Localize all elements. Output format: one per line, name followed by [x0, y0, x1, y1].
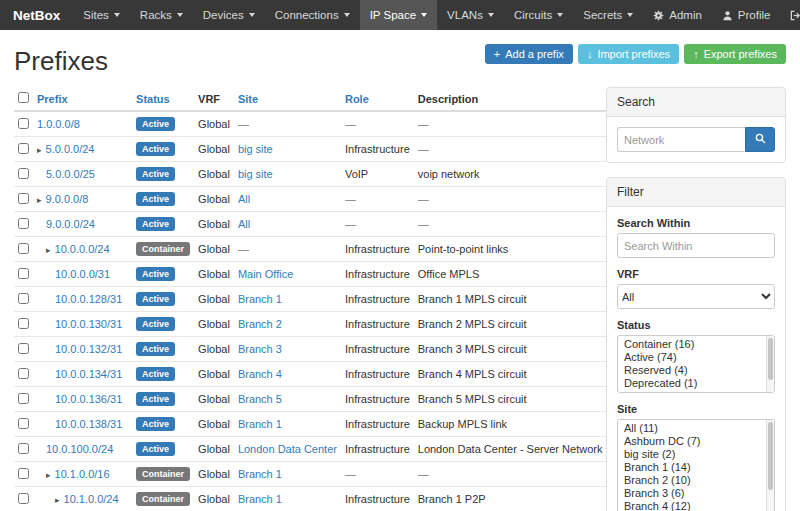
- status-listbox[interactable]: Container (16)Active (74)Reserved (4)Dep…: [617, 335, 775, 393]
- listbox-option[interactable]: Branch 4 (12): [618, 500, 774, 511]
- scrollbar[interactable]: [766, 336, 774, 392]
- expand-arrow-icon[interactable]: ▸: [37, 145, 42, 155]
- add-prefix-button[interactable]: + Add a prefix: [485, 44, 573, 64]
- prefix-link[interactable]: 10.0.0.136/31: [55, 393, 122, 405]
- nav-item-profile[interactable]: Profile: [712, 0, 781, 30]
- role-cell: Infrastructure: [341, 437, 414, 462]
- prefix-link[interactable]: 10.0.100.0/24: [46, 443, 113, 455]
- vrf-cell: Global: [194, 462, 234, 487]
- site-link[interactable]: London Data Center: [238, 443, 337, 455]
- expand-arrow-icon[interactable]: ▸: [46, 245, 51, 255]
- export-prefixes-button[interactable]: ↑ Export prefixes: [684, 44, 786, 64]
- import-prefixes-button[interactable]: ↓ Import prefixes: [578, 44, 679, 64]
- row-checkbox[interactable]: [18, 493, 29, 504]
- prefix-link[interactable]: 10.0.0.0/31: [55, 268, 110, 280]
- nav-item-vlans[interactable]: VLANs: [437, 0, 504, 30]
- row-checkbox[interactable]: [18, 143, 29, 154]
- listbox-option[interactable]: Branch 1 (14): [618, 461, 774, 474]
- nav-item-connections[interactable]: Connections: [265, 0, 360, 30]
- nav-item-racks[interactable]: Racks: [130, 0, 193, 30]
- nav-item-ip-space[interactable]: IP Space: [360, 0, 437, 30]
- row-checkbox[interactable]: [18, 293, 29, 304]
- search-input[interactable]: [617, 127, 745, 152]
- prefix-link[interactable]: 9.0.0.0/8: [46, 193, 89, 205]
- search-within-input[interactable]: [617, 233, 775, 258]
- prefix-link[interactable]: 10.1.0.0/16: [55, 468, 110, 480]
- site-link[interactable]: Branch 1: [238, 293, 282, 305]
- column-header-role[interactable]: Role: [345, 93, 369, 105]
- row-checkbox[interactable]: [18, 118, 29, 129]
- row-checkbox[interactable]: [18, 168, 29, 179]
- column-header-vrf: VRF: [194, 87, 234, 111]
- logout-icon: [790, 10, 800, 21]
- site-link[interactable]: big site: [238, 143, 273, 155]
- site-link[interactable]: Main Office: [238, 268, 293, 280]
- column-header-prefix[interactable]: Prefix: [37, 93, 68, 105]
- site-link[interactable]: Branch 1: [238, 493, 282, 505]
- scrollbar[interactable]: [766, 420, 774, 511]
- row-checkbox[interactable]: [18, 318, 29, 329]
- status-badge: Active: [136, 192, 175, 206]
- row-checkbox[interactable]: [18, 418, 29, 429]
- listbox-option[interactable]: Branch 2 (10): [618, 474, 774, 487]
- search-button[interactable]: [745, 127, 775, 152]
- expand-arrow-icon[interactable]: ▸: [37, 195, 42, 205]
- listbox-option[interactable]: Container (16): [618, 338, 774, 351]
- site-link[interactable]: All: [238, 218, 250, 230]
- site-cell: —: [234, 237, 341, 262]
- listbox-option[interactable]: Deprecated (1): [618, 377, 774, 390]
- row-checkbox[interactable]: [18, 393, 29, 404]
- prefix-link[interactable]: 9.0.0.0/24: [46, 218, 95, 230]
- page-header: Prefixes + Add a prefix ↓ Import prefixe…: [14, 40, 786, 77]
- row-checkbox[interactable]: [18, 268, 29, 279]
- site-link[interactable]: Branch 2: [238, 318, 282, 330]
- site-link[interactable]: big site: [238, 168, 273, 180]
- site-link[interactable]: Branch 3: [238, 343, 282, 355]
- row-checkbox[interactable]: [18, 343, 29, 354]
- row-checkbox[interactable]: [18, 443, 29, 454]
- row-checkbox[interactable]: [18, 218, 29, 229]
- prefix-link[interactable]: 10.1.0.0/24: [64, 493, 119, 505]
- column-header-status[interactable]: Status: [136, 93, 170, 105]
- nav-item-sites[interactable]: Sites: [73, 0, 130, 30]
- brand-logo[interactable]: NetBox: [0, 0, 73, 30]
- prefix-link[interactable]: 10.0.0.132/31: [55, 343, 122, 355]
- row-checkbox[interactable]: [18, 468, 29, 479]
- listbox-option[interactable]: Active (74): [618, 351, 774, 364]
- prefix-link[interactable]: 5.0.0.0/24: [46, 143, 95, 155]
- listbox-option[interactable]: Branch 3 (6): [618, 487, 774, 500]
- prefix-link[interactable]: 1.0.0.0/8: [37, 118, 80, 130]
- table-row: 10.0.0.138/31ActiveGlobalBranch 1Infrast…: [14, 412, 606, 437]
- nav-item-logout[interactable]: Log out: [780, 0, 800, 30]
- prefix-link[interactable]: 10.0.0.128/31: [55, 293, 122, 305]
- prefix-table: Prefix Status VRF Site Role Description …: [14, 87, 606, 511]
- row-checkbox[interactable]: [18, 368, 29, 379]
- row-checkbox[interactable]: [18, 243, 29, 254]
- prefix-link[interactable]: 10.0.0.0/24: [55, 243, 110, 255]
- expand-arrow-icon[interactable]: ▸: [55, 495, 60, 505]
- site-link[interactable]: Branch 5: [238, 393, 282, 405]
- listbox-option[interactable]: big site (2): [618, 448, 774, 461]
- site-link[interactable]: Branch 1: [238, 468, 282, 480]
- site-link[interactable]: All: [238, 193, 250, 205]
- nav-item-secrets[interactable]: Secrets: [573, 0, 643, 30]
- prefix-link[interactable]: 10.0.0.134/31: [55, 368, 122, 380]
- row-checkbox[interactable]: [18, 193, 29, 204]
- listbox-option[interactable]: Ashburn DC (7): [618, 435, 774, 448]
- prefix-link[interactable]: 10.0.0.138/31: [55, 418, 122, 430]
- nav-item-circuits[interactable]: Circuits: [504, 0, 573, 30]
- column-header-site[interactable]: Site: [238, 93, 258, 105]
- prefix-link[interactable]: 10.0.0.130/31: [55, 318, 122, 330]
- select-all-checkbox[interactable]: [18, 92, 29, 103]
- site-listbox[interactable]: All (11)Ashburn DC (7)big site (2)Branch…: [617, 419, 775, 511]
- vrf-select[interactable]: All: [617, 284, 775, 309]
- prefix-link[interactable]: 5.0.0.0/25: [46, 168, 95, 180]
- nav-item-admin[interactable]: Admin: [643, 0, 712, 30]
- site-link[interactable]: Branch 4: [238, 368, 282, 380]
- nav-item-devices[interactable]: Devices: [193, 0, 265, 30]
- listbox-option[interactable]: All (11): [618, 422, 774, 435]
- table-row: 5.0.0.0/25ActiveGlobalbig siteVoIPvoip n…: [14, 162, 606, 187]
- expand-arrow-icon[interactable]: ▸: [46, 470, 51, 480]
- listbox-option[interactable]: Reserved (4): [618, 364, 774, 377]
- site-link[interactable]: Branch 1: [238, 418, 282, 430]
